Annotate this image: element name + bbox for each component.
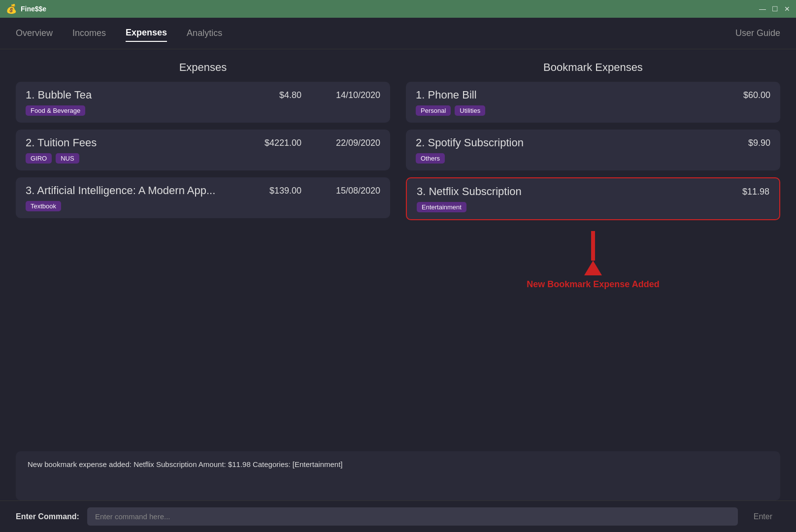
nav-analytics[interactable]: Analytics bbox=[187, 25, 222, 41]
app-icon: 💰 bbox=[6, 3, 17, 14]
expense-2-tags: GIRO NUS bbox=[26, 153, 380, 164]
bookmark-1-name: 1. Phone Bill bbox=[416, 89, 477, 101]
tag-others: Others bbox=[416, 153, 445, 164]
annotation-text: New Bookmark Expense Added bbox=[527, 279, 659, 290]
expense-3-date: 15/08/2020 bbox=[321, 186, 380, 196]
app-title: Fine$$e bbox=[21, 5, 46, 13]
titlebar-left: 💰 Fine$$e bbox=[6, 3, 46, 14]
command-bar: Enter Command: Enter bbox=[0, 500, 796, 532]
bookmark-3-amount: $11.98 bbox=[742, 187, 769, 197]
expense-1-date: 14/10/2020 bbox=[321, 90, 380, 100]
arrow-shaft bbox=[591, 231, 595, 261]
command-label: Enter Command: bbox=[16, 512, 79, 521]
expense-1-right: $4.80 14/10/2020 bbox=[279, 90, 380, 100]
bookmark-title: Bookmark Expenses bbox=[406, 61, 780, 74]
bookmark-card-2[interactable]: 2. Spotify Subscription $9.90 Others bbox=[406, 130, 780, 170]
close-button[interactable]: ✕ bbox=[784, 5, 790, 13]
nav-overview[interactable]: Overview bbox=[16, 25, 53, 41]
content-area: Expenses 1. Bubble Tea $4.80 14/10/2020 … bbox=[16, 61, 780, 443]
expense-3-amount: $139.00 bbox=[269, 186, 301, 196]
expense-card-1-top: 1. Bubble Tea $4.80 14/10/2020 bbox=[26, 89, 380, 101]
tag-utilities: Utilities bbox=[455, 105, 485, 116]
bookmark-3-name: 3. Netflix Subscription bbox=[417, 185, 522, 198]
tag-nus: NUS bbox=[56, 153, 79, 164]
bookmark-2-tags: Others bbox=[416, 153, 770, 164]
nav-incomes[interactable]: Incomes bbox=[72, 25, 106, 41]
bookmark-card-2-top: 2. Spotify Subscription $9.90 bbox=[416, 136, 770, 149]
bookmark-card-1[interactable]: 1. Phone Bill $60.00 Personal Utilities bbox=[406, 82, 780, 123]
bookmark-card-1-top: 1. Phone Bill $60.00 bbox=[416, 89, 770, 101]
tag-giro: GIRO bbox=[26, 153, 52, 164]
main-content: Expenses 1. Bubble Tea $4.80 14/10/2020 … bbox=[0, 49, 796, 500]
expense-card-2[interactable]: 2. Tuition Fees $4221.00 22/09/2020 GIRO… bbox=[16, 130, 390, 170]
titlebar: 💰 Fine$$e — ☐ ✕ bbox=[0, 0, 796, 18]
log-message: New bookmark expense added: Netflix Subs… bbox=[28, 460, 343, 468]
bookmark-1-amount: $60.00 bbox=[743, 90, 770, 100]
log-area: New bookmark expense added: Netflix Subs… bbox=[16, 451, 780, 500]
bookmark-2-name: 2. Spotify Subscription bbox=[416, 136, 524, 149]
nav-expenses[interactable]: Expenses bbox=[126, 25, 167, 42]
arrow-up-icon bbox=[584, 261, 602, 275]
tag-entertainment: Entertainment bbox=[417, 202, 466, 212]
minimize-button[interactable]: — bbox=[759, 5, 766, 13]
expense-1-name: 1. Bubble Tea bbox=[26, 89, 92, 101]
maximize-button[interactable]: ☐ bbox=[772, 5, 778, 13]
expenses-title: Expenses bbox=[16, 61, 390, 74]
enter-button[interactable]: Enter bbox=[746, 508, 780, 525]
nav-user-guide[interactable]: User Guide bbox=[735, 28, 780, 38]
window-controls: — ☐ ✕ bbox=[759, 5, 790, 13]
bookmark-card-3[interactable]: 3. Netflix Subscription $11.98 Entertain… bbox=[406, 177, 780, 220]
bookmark-2-amount: $9.90 bbox=[748, 138, 770, 148]
expense-3-name: 3. Artificial Intelligence: A Modern App… bbox=[26, 184, 215, 197]
expense-1-tags: Food & Beverage bbox=[26, 105, 380, 116]
expense-1-amount: $4.80 bbox=[279, 90, 301, 100]
expense-card-2-top: 2. Tuition Fees $4221.00 22/09/2020 bbox=[26, 136, 380, 149]
expense-card-3-top: 3. Artificial Intelligence: A Modern App… bbox=[26, 184, 380, 197]
expense-3-tags: Textbook bbox=[26, 201, 380, 211]
bookmark-3-tags: Entertainment bbox=[417, 202, 769, 212]
expense-2-date: 22/09/2020 bbox=[321, 138, 380, 148]
bookmark-1-tags: Personal Utilities bbox=[416, 105, 770, 116]
nav-left: Overview Incomes Expenses Analytics bbox=[16, 25, 735, 42]
bookmark-panel: Bookmark Expenses 1. Phone Bill $60.00 P… bbox=[406, 61, 780, 443]
tag-food-beverage: Food & Beverage bbox=[26, 105, 85, 116]
expense-2-amount: $4221.00 bbox=[265, 138, 301, 148]
expense-2-name: 2. Tuition Fees bbox=[26, 136, 97, 149]
tag-textbook: Textbook bbox=[26, 201, 61, 211]
navbar: Overview Incomes Expenses Analytics User… bbox=[0, 18, 796, 49]
expense-card-3[interactable]: 3. Artificial Intelligence: A Modern App… bbox=[16, 177, 390, 218]
expenses-panel: Expenses 1. Bubble Tea $4.80 14/10/2020 … bbox=[16, 61, 390, 443]
command-input[interactable] bbox=[87, 507, 738, 526]
annotation-area: New Bookmark Expense Added bbox=[406, 231, 780, 290]
bookmark-card-3-top: 3. Netflix Subscription $11.98 bbox=[417, 185, 769, 198]
tag-personal: Personal bbox=[416, 105, 451, 116]
expense-card-1[interactable]: 1. Bubble Tea $4.80 14/10/2020 Food & Be… bbox=[16, 82, 390, 123]
expense-3-right: $139.00 15/08/2020 bbox=[269, 186, 380, 196]
expense-2-right: $4221.00 22/09/2020 bbox=[265, 138, 380, 148]
